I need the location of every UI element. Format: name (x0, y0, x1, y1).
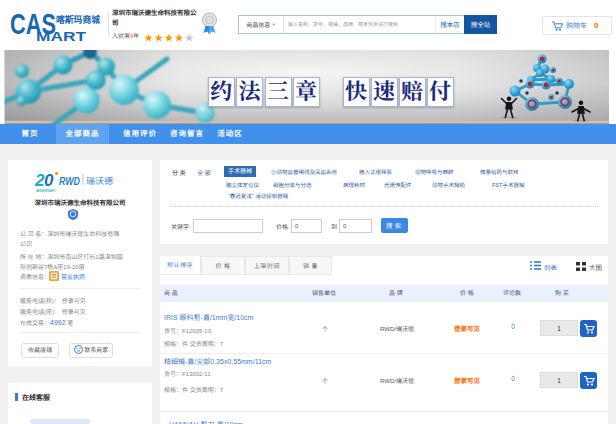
svg-text:喀斯玛商城: 喀斯玛商城 (56, 14, 100, 25)
svg-text:MART: MART (36, 29, 87, 44)
svg-text:0: 0 (44, 171, 54, 190)
svg-text:RWD: RWD (59, 175, 80, 187)
svg-text:瑞沃德: 瑞沃德 (86, 176, 114, 186)
svg-text:ANNIVERSARY: ANNIVERSARY (36, 189, 57, 193)
